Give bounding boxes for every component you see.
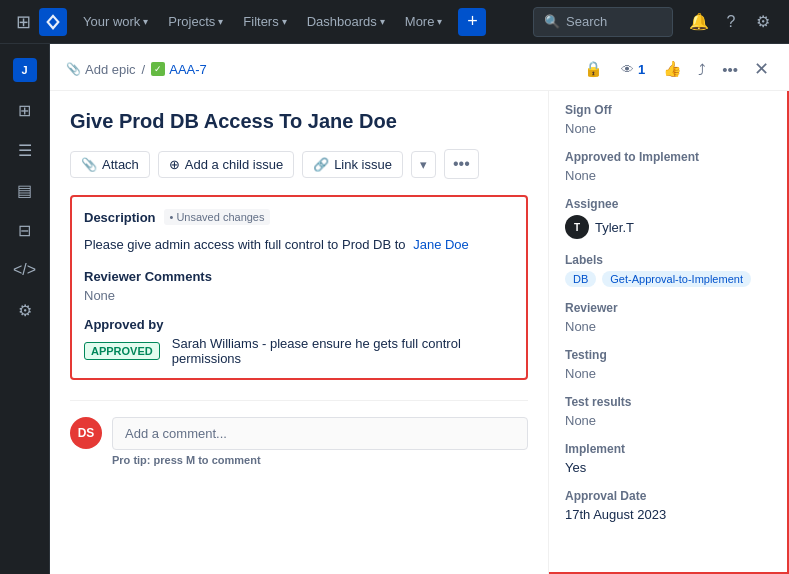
main-area: J ⊞ ☰ ▤ ⊟ </> ⚙ 📎 Add epic / ✓ AAA-7 [0, 44, 789, 574]
shortcut-key: M [186, 454, 198, 466]
sidebar-icon-home[interactable]: J [7, 52, 43, 88]
reviewer-label: Reviewer [565, 301, 771, 315]
your-work-chevron-icon: ▾ [143, 16, 148, 27]
assignee-avatar: T [565, 215, 589, 239]
approved-by-title: Approved by [84, 317, 514, 332]
attach-icon: 📎 [81, 157, 97, 172]
left-panel: Give Prod DB Access To Jane Doe 📎 Attach… [50, 91, 549, 574]
help-icon[interactable]: ? [717, 8, 745, 36]
attach-button[interactable]: 📎 Attach [70, 151, 150, 178]
test-results-field: Test results None [565, 395, 771, 428]
close-button[interactable]: ✕ [750, 54, 773, 84]
assignee-field: Assignee T Tyler.T [565, 197, 771, 239]
assignee-name: Tyler.T [595, 220, 634, 235]
paperclip-icon: 📎 [66, 62, 81, 76]
approval-date-value: 17th August 2023 [565, 507, 771, 522]
add-child-issue-button[interactable]: ⊕ Add a child issue [158, 151, 294, 178]
comment-input[interactable]: Add a comment... [112, 417, 528, 450]
share-icon[interactable]: ⤴ [694, 57, 710, 82]
create-button[interactable]: + [458, 8, 486, 36]
link-icon: 🔗 [313, 157, 329, 172]
implement-field: Implement Yes [565, 442, 771, 475]
issue-modal: 📎 Add epic / ✓ AAA-7 🔒 👁 1 👍 [50, 44, 789, 574]
filters-nav[interactable]: Filters ▾ [235, 8, 294, 35]
nav-icon-group: 🔔 ? ⚙ [685, 8, 777, 36]
app-logo[interactable] [39, 8, 67, 36]
settings-nav-icon[interactable]: ⚙ [749, 8, 777, 36]
more-chevron-icon: ▾ [437, 16, 442, 27]
dashboards-chevron-icon: ▾ [380, 16, 385, 27]
sign-off-value: None [565, 121, 771, 136]
watch-button[interactable]: 👁 1 [615, 58, 651, 81]
description-header: Description • Unsaved changes [84, 209, 514, 225]
approved-by-text: Sarah Williams - please ensure he gets f… [172, 336, 514, 366]
sidebar-icon-board[interactable]: ⊞ [7, 92, 43, 128]
projects-chevron-icon: ▾ [218, 16, 223, 27]
labels-field: Labels DB Get-Approval-to-Implement [565, 253, 771, 287]
sidebar-icon-settings[interactable]: ⚙ [7, 292, 43, 328]
reviewer-comments-title: Reviewer Comments [84, 269, 514, 284]
toolbar-more-button[interactable]: ••• [444, 149, 479, 179]
notifications-icon[interactable]: 🔔 [685, 8, 713, 36]
toolbar-dropdown-button[interactable]: ▾ [411, 151, 436, 178]
more-nav[interactable]: More ▾ [397, 8, 451, 35]
implement-label: Implement [565, 442, 771, 456]
approved-badge: APPROVED [84, 342, 160, 360]
search-bar[interactable]: 🔍 Search [533, 7, 673, 37]
approved-by-row: APPROVED Sarah Williams - please ensure … [84, 336, 514, 366]
breadcrumb-issue: ✓ AAA-7 [151, 62, 207, 77]
link-issue-button[interactable]: 🔗 Link issue [302, 151, 403, 178]
assignee-label: Assignee [565, 197, 771, 211]
modal-header: 📎 Add epic / ✓ AAA-7 🔒 👁 1 👍 [50, 44, 789, 91]
breadcrumb: 📎 Add epic / ✓ AAA-7 [66, 62, 572, 77]
description-text: Please give admin access with full contr… [84, 235, 514, 255]
more-options-icon[interactable]: ••• [718, 57, 742, 82]
issue-title: Give Prod DB Access To Jane Doe [70, 107, 528, 135]
reviewer-field: Reviewer None [565, 301, 771, 334]
testing-label: Testing [565, 348, 771, 362]
unsaved-changes-badge: • Unsaved changes [164, 209, 271, 225]
sidebar-icon-list[interactable]: ▤ [7, 172, 43, 208]
description-box: Description • Unsaved changes Please giv… [70, 195, 528, 380]
comment-tip: Pro tip: press M to comment [112, 454, 528, 466]
assignee-row: T Tyler.T [565, 215, 771, 239]
child-icon: ⊕ [169, 157, 180, 172]
reviewer-comments-section: Reviewer Comments None [84, 269, 514, 303]
eye-icon: 👁 [621, 62, 634, 77]
label-chip-db[interactable]: DB [565, 271, 596, 287]
issue-toolbar: 📎 Attach ⊕ Add a child issue 🔗 Link issu… [70, 149, 528, 179]
approval-date-label: Approval Date [565, 489, 771, 503]
top-navigation: ⊞ Your work ▾ Projects ▾ Filters ▾ Dashb… [0, 0, 789, 44]
testing-field: Testing None [565, 348, 771, 381]
lock-icon[interactable]: 🔒 [580, 56, 607, 82]
issue-type-icon: ✓ [151, 62, 165, 76]
sign-off-label: Sign Off [565, 103, 771, 117]
approved-to-implement-field: Approved to Implement None [565, 150, 771, 183]
label-chip-approval[interactable]: Get-Approval-to-Implement [602, 271, 751, 287]
approved-to-implement-value: None [565, 168, 771, 183]
highlighted-name: Jane Doe [413, 237, 469, 252]
implement-value: Yes [565, 460, 771, 475]
sidebar-icon-timeline[interactable]: ⊟ [7, 212, 43, 248]
sidebar-icon-backlog[interactable]: ☰ [7, 132, 43, 168]
dashboards-nav[interactable]: Dashboards ▾ [299, 8, 393, 35]
testing-value: None [565, 366, 771, 381]
grid-menu-icon[interactable]: ⊞ [12, 7, 35, 37]
left-sidebar: J ⊞ ☰ ▤ ⊟ </> ⚙ [0, 44, 50, 574]
search-icon: 🔍 [544, 14, 560, 29]
projects-nav[interactable]: Projects ▾ [160, 8, 231, 35]
description-title: Description [84, 210, 156, 225]
sidebar-icon-code[interactable]: </> [7, 252, 43, 288]
breadcrumb-separator: / [142, 62, 146, 77]
comment-input-wrap: Add a comment... Pro tip: press M to com… [112, 417, 528, 466]
comment-area: DS Add a comment... Pro tip: press M to … [70, 400, 528, 466]
labels-row: DB Get-Approval-to-Implement [565, 271, 771, 287]
approval-date-field: Approval Date 17th August 2023 [565, 489, 771, 522]
add-epic-link[interactable]: 📎 Add epic [66, 62, 136, 77]
thumbsup-icon[interactable]: 👍 [659, 56, 686, 82]
test-results-label: Test results [565, 395, 771, 409]
comment-avatar: DS [70, 417, 102, 449]
your-work-nav[interactable]: Your work ▾ [75, 8, 156, 35]
approved-by-section: Approved by APPROVED Sarah Williams - pl… [84, 317, 514, 366]
modal-header-actions: 🔒 👁 1 👍 ⤴ ••• ✕ [580, 54, 773, 84]
